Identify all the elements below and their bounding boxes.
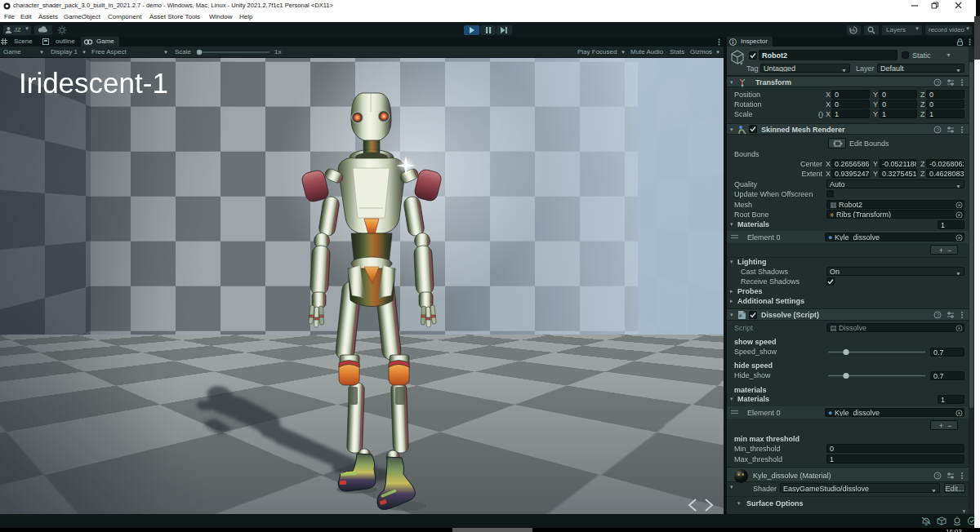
svg-text:?: ? <box>936 313 939 318</box>
svg-text:?: ? <box>936 80 939 86</box>
svg-text:?: ? <box>936 127 939 133</box>
svg-text:?: ? <box>936 473 939 479</box>
